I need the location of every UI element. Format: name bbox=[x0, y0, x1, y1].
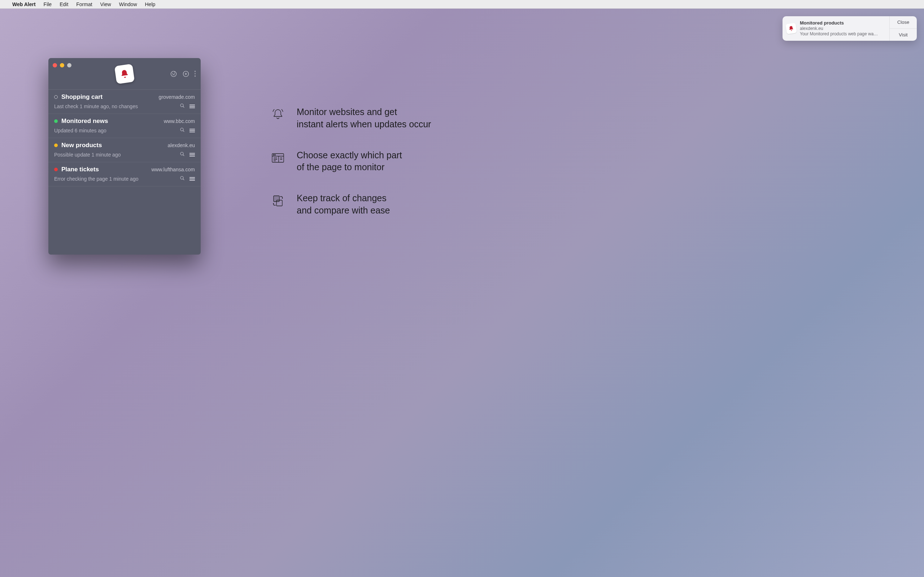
notification-close-button[interactable]: Close bbox=[890, 16, 917, 29]
notification-title: Monitored products bbox=[800, 20, 886, 26]
feature-item: Keep track of changes and compare with e… bbox=[271, 192, 431, 217]
status-ok-icon bbox=[54, 119, 58, 123]
row-menu-button[interactable] bbox=[189, 153, 195, 156]
more-menu-button[interactable] bbox=[195, 71, 196, 77]
monitor-status: Last check 1 minute ago, no changes bbox=[54, 103, 179, 109]
dot-icon bbox=[195, 76, 196, 77]
notification-subtitle: alexdenk.eu bbox=[800, 26, 886, 31]
monitor-title: Plane tickets bbox=[61, 166, 148, 173]
notification-text: Monitored products alexdenk.eu Your Moni… bbox=[800, 20, 886, 37]
svg-point-5 bbox=[181, 128, 183, 131]
row-menu-button[interactable] bbox=[189, 105, 195, 108]
monitor-row[interactable]: New products alexdenk.eu Possible update… bbox=[48, 138, 201, 162]
menubar-item-view[interactable]: View bbox=[100, 2, 111, 7]
notification-actions: Close Visit bbox=[889, 16, 917, 41]
monitor-row[interactable]: Monitored news www.bbc.com Updated 6 min… bbox=[48, 114, 201, 138]
status-warning-icon bbox=[54, 143, 58, 147]
window-close-button[interactable] bbox=[53, 63, 57, 68]
svg-point-2 bbox=[174, 73, 175, 73]
feature-list: Monitor websites and get instant alerts … bbox=[271, 106, 431, 217]
search-icon bbox=[179, 103, 185, 108]
feature-line1: Keep track of changes bbox=[297, 193, 386, 203]
feature-text: Keep track of changes and compare with e… bbox=[297, 192, 390, 217]
notification-banner[interactable]: Monitored products alexdenk.eu Your Moni… bbox=[782, 16, 917, 41]
bell-icon bbox=[119, 69, 129, 79]
search-icon bbox=[179, 175, 185, 181]
monitor-domain: alexdenk.eu bbox=[168, 142, 195, 148]
notification-app-icon bbox=[785, 23, 797, 34]
svg-point-7 bbox=[181, 176, 183, 179]
status-idle-icon bbox=[54, 95, 58, 99]
feature-text: Choose exactly which part of the page to… bbox=[297, 149, 402, 174]
feedback-button[interactable] bbox=[170, 70, 177, 77]
monitor-status: Possible update 1 minute ago bbox=[54, 152, 179, 158]
monitor-list: Shopping cart grovemade.com Last check 1… bbox=[48, 90, 201, 255]
window-minimize-button[interactable] bbox=[60, 63, 64, 68]
row-menu-button[interactable] bbox=[189, 177, 195, 181]
monitor-row[interactable]: Shopping cart grovemade.com Last check 1… bbox=[48, 90, 201, 114]
svg-point-9 bbox=[273, 154, 274, 155]
svg-point-0 bbox=[171, 71, 176, 76]
monitor-domain: grovemade.com bbox=[159, 94, 195, 100]
row-search-button[interactable] bbox=[179, 151, 185, 158]
add-button[interactable] bbox=[182, 70, 189, 77]
row-menu-button[interactable] bbox=[189, 129, 195, 132]
feature-item: Monitor websites and get instant alerts … bbox=[271, 106, 431, 131]
bell-ringing-icon bbox=[271, 108, 285, 122]
app-window: Shopping cart grovemade.com Last check 1… bbox=[48, 58, 201, 255]
menubar-app-name[interactable]: Web Alert bbox=[12, 2, 36, 7]
window-zoom-button[interactable] bbox=[67, 63, 71, 68]
menubar-item-window[interactable]: Window bbox=[119, 2, 137, 7]
svg-point-1 bbox=[173, 73, 173, 73]
titlebar-actions bbox=[170, 58, 196, 89]
row-search-button[interactable] bbox=[179, 175, 185, 182]
macos-menubar: Web Alert File Edit Format View Window H… bbox=[0, 0, 924, 9]
feature-line1: Choose exactly which part bbox=[297, 150, 402, 160]
feature-line2: instant alerts when updates occur bbox=[297, 119, 431, 129]
monitor-title: Monitored news bbox=[61, 118, 160, 125]
feature-line2: of the page to monitor bbox=[297, 162, 384, 172]
menubar-item-edit[interactable]: Edit bbox=[60, 2, 68, 7]
search-icon bbox=[179, 127, 185, 133]
feature-item: Choose exactly which part of the page to… bbox=[271, 149, 431, 174]
notification-visit-button[interactable]: Visit bbox=[890, 29, 917, 41]
status-error-icon bbox=[54, 168, 58, 171]
dot-icon bbox=[195, 71, 196, 72]
monitor-row[interactable]: Plane tickets www.lufthansa.com Error ch… bbox=[48, 162, 201, 187]
row-search-button[interactable] bbox=[179, 127, 185, 134]
search-icon bbox=[179, 151, 185, 157]
feature-text: Monitor websites and get instant alerts … bbox=[297, 106, 431, 131]
monitor-domain: www.lufthansa.com bbox=[151, 167, 195, 172]
monitor-title: New products bbox=[61, 142, 164, 149]
svg-point-10 bbox=[275, 154, 275, 155]
window-titlebar bbox=[48, 58, 201, 90]
notification-body: Monitored products alexdenk.eu Your Moni… bbox=[782, 16, 889, 41]
menubar-item-file[interactable]: File bbox=[44, 2, 52, 7]
menubar-item-help[interactable]: Help bbox=[145, 2, 155, 7]
bell-icon bbox=[788, 25, 795, 32]
face-confused-icon bbox=[170, 70, 177, 77]
svg-point-6 bbox=[181, 152, 183, 155]
menubar-item-format[interactable]: Format bbox=[76, 2, 92, 7]
dot-icon bbox=[195, 73, 196, 75]
monitor-status: Error checking the page 1 minute ago bbox=[54, 176, 179, 182]
row-search-button[interactable] bbox=[179, 103, 185, 110]
notification-message: Your Monitored products web page wa… bbox=[800, 31, 886, 37]
browser-layout-icon bbox=[271, 151, 285, 165]
app-logo bbox=[115, 63, 135, 84]
compare-icon bbox=[271, 193, 285, 208]
monitor-domain: www.bbc.com bbox=[164, 118, 195, 124]
window-traffic-lights bbox=[53, 63, 71, 68]
feature-line2: and compare with ease bbox=[297, 205, 390, 215]
monitor-status: Updated 6 minutes ago bbox=[54, 128, 179, 134]
svg-point-4 bbox=[181, 104, 183, 107]
monitor-title: Shopping cart bbox=[61, 93, 155, 101]
plus-circle-icon bbox=[182, 70, 189, 77]
feature-line1: Monitor websites and get bbox=[297, 107, 397, 117]
